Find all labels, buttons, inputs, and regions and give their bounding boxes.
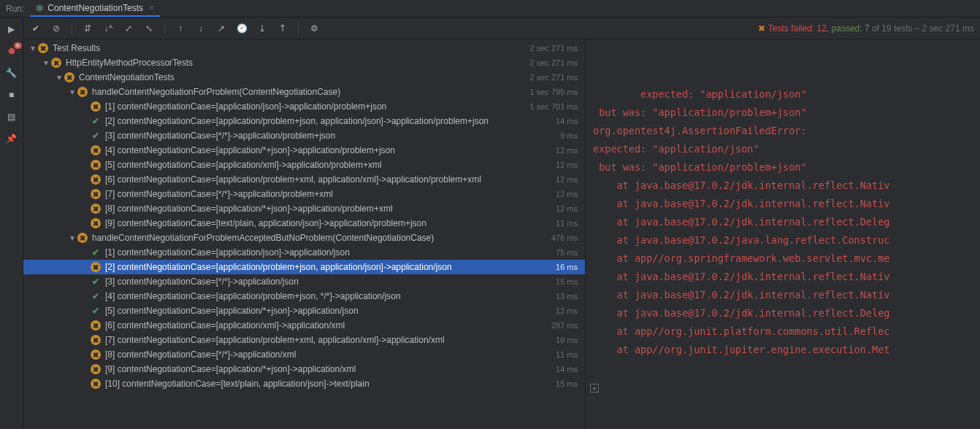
test-duration: 11 ms (550, 219, 578, 228)
test-tree[interactable]: ▾✖Test Results2 sec 271 ms▾✖HttpEntityMe… (23, 39, 586, 429)
stop-button[interactable]: ■ (4, 88, 19, 102)
settings-icon[interactable]: ⚙ (307, 22, 321, 35)
console-output[interactable]: expected: "application/json" but was: "a… (586, 39, 980, 429)
next-icon[interactable]: ↓ (194, 22, 207, 35)
test-node[interactable]: ✔[1] contentNegotiationCase=[application… (23, 245, 585, 260)
fail-icon: ✖ (91, 218, 101, 228)
pass-icon: ✔ (91, 306, 101, 316)
fail-icon: ✖ (91, 320, 101, 331)
test-duration: 11 ms (550, 350, 578, 359)
test-node[interactable]: ▾✖handleContentNegotiationForProblem(Con… (23, 85, 585, 99)
test-node[interactable]: ✖[9] contentNegotiationCase=[application… (23, 362, 585, 376)
pin-icon[interactable]: 📌 (4, 131, 19, 146)
test-label: handleContentNegotiationForProblem(Conte… (92, 87, 524, 97)
wrench-icon[interactable]: 🔧 (4, 66, 19, 80)
test-node[interactable]: ✖[7] contentNegotiationCase=[*/*]->appli… (23, 187, 585, 201)
test-duration: 13 ms (550, 292, 578, 301)
test-node[interactable]: ✖[2] contentNegotiationCase=[application… (23, 260, 585, 274)
separator (164, 23, 165, 34)
test-label: [1] contentNegotiationCase=[application/… (105, 101, 524, 112)
import-icon[interactable]: ⤓ (256, 22, 269, 35)
summary-passed-count: 7 (865, 23, 870, 34)
fail-icon: ✖ (77, 233, 88, 243)
test-duration: 2 sec 271 ms (524, 44, 578, 53)
pass-icon: ✔ (91, 131, 101, 141)
rerun-button[interactable]: ▶ (4, 22, 19, 36)
expand-arrow-icon[interactable]: ▾ (54, 72, 64, 82)
test-duration: 1 sec 795 ms (524, 88, 578, 96)
run-label: Run: (6, 4, 24, 14)
test-node[interactable]: ✖[6] contentNegotiationCase=[application… (23, 172, 585, 187)
test-label: HttpEntityMethodProcessorTests (66, 58, 524, 68)
test-label: [3] contentNegotiationCase=[*/*]->applic… (105, 277, 550, 287)
test-node[interactable]: ✔[5] contentNegotiationCase=[application… (23, 304, 585, 318)
pass-icon: ✔ (91, 247, 101, 258)
tab-title: ContentNegotiationTests (47, 3, 143, 13)
test-duration: 12 ms (550, 306, 578, 315)
test-duration: 14 ms (550, 365, 578, 374)
panels: ▾✖Test Results2 sec 271 ms▾✖HttpEntityMe… (23, 39, 980, 429)
run-config-tab[interactable]: ⬢ ContentNegotiationTests × (30, 1, 160, 17)
expand-arrow-icon[interactable]: ▾ (67, 233, 77, 243)
summary-suffix: of 19 tests – 2 sec 271 ms (870, 23, 974, 34)
test-label: [4] contentNegotiationCase=[application/… (105, 145, 550, 155)
expand-fold-icon[interactable]: + (590, 384, 599, 393)
expand-arrow-icon[interactable]: ▾ (28, 43, 38, 53)
svg-point-0 (8, 48, 15, 55)
test-node[interactable]: ✖[7] contentNegotiationCase=[application… (23, 333, 585, 347)
test-node[interactable]: ✖[8] contentNegotiationCase=[application… (23, 201, 585, 216)
test-node[interactable]: ✖[4] contentNegotiationCase=[application… (23, 143, 585, 158)
navigate-icon[interactable]: ↗ (215, 22, 228, 35)
test-summary: ✖ Tests failed: 12, passed: 7 of 19 test… (758, 23, 974, 34)
test-node[interactable]: ✔[3] contentNegotiationCase=[*/*]->appli… (23, 128, 585, 143)
test-node[interactable]: ✖[10] contentNegotiationCase=[text/plain… (23, 376, 585, 391)
show-passed-toggle[interactable]: ✔ (29, 22, 42, 35)
fail-icon: ✖ (64, 72, 74, 82)
test-node[interactable]: ✖[9] contentNegotiationCase=[text/plain,… (23, 216, 585, 231)
test-label: Test Results (53, 43, 524, 53)
test-node[interactable]: ✔[4] contentNegotiationCase=[application… (23, 289, 585, 304)
layout-icon[interactable]: ▤ (4, 109, 19, 124)
test-label: [2] contentNegotiationCase=[application/… (105, 262, 550, 272)
test-label: [1] contentNegotiationCase=[application/… (105, 247, 550, 258)
bug-icon (7, 46, 17, 56)
tab-bar: Run: ⬢ ContentNegotiationTests × (0, 0, 980, 18)
export-icon[interactable]: ⤒ (276, 22, 289, 35)
test-duration: 15 ms (550, 277, 578, 286)
expand-arrow-icon[interactable]: ▾ (41, 58, 51, 68)
collapse-all-icon[interactable]: ⤡ (142, 22, 156, 35)
test-node[interactable]: ▾✖handleContentNegotiationForProblemAcce… (23, 231, 585, 245)
prev-icon[interactable]: ↑ (174, 22, 187, 35)
pass-icon: ✔ (91, 116, 101, 126)
expand-arrow-icon[interactable]: ▾ (67, 87, 77, 97)
content-column: ✔ ⊘ ⇵ ↓ᴬ ⤢ ⤡ ↑ ↓ ↗ 🕘 ⤓ ⤒ ⚙ ✖ Tests faile… (23, 18, 980, 429)
test-node[interactable]: ✔[2] contentNegotiationCase=[application… (23, 114, 585, 128)
fail-icon: ✖ (91, 204, 101, 214)
fail-icon: ✖ (38, 43, 48, 53)
test-node[interactable]: ✖[1] contentNegotiationCase=[application… (23, 99, 585, 114)
test-duration: 2 sec 271 ms (524, 58, 578, 67)
test-label: [7] contentNegotiationCase=[*/*]->applic… (105, 189, 550, 199)
test-node[interactable]: ✖[5] contentNegotiationCase=[application… (23, 158, 585, 172)
test-node[interactable]: ▾✖Test Results2 sec 271 ms (23, 41, 585, 55)
test-duration: 1 sec 701 ms (524, 102, 578, 111)
fail-icon: ✖ (91, 101, 101, 112)
fail-icon: ✖ (91, 349, 101, 360)
summary-passed-prefix: , passed: (827, 23, 865, 34)
rerun-failed-button[interactable] (4, 44, 19, 58)
sort-icon[interactable]: ⇵ (81, 22, 94, 35)
test-node[interactable]: ▾✖ContentNegotiationTests2 sec 271 ms (23, 70, 585, 85)
test-label: [8] contentNegotiationCase=[application/… (105, 204, 550, 214)
close-icon[interactable]: × (149, 3, 154, 13)
sort-alpha-icon[interactable]: ↓ᴬ (102, 22, 115, 35)
test-node[interactable]: ✖[6] contentNegotiationCase=[application… (23, 318, 585, 333)
test-node[interactable]: ✖[8] contentNegotiationCase=[*/*]->appli… (23, 347, 585, 362)
show-ignored-toggle[interactable]: ⊘ (50, 22, 63, 35)
test-node[interactable]: ▾✖HttpEntityMethodProcessorTests2 sec 27… (23, 55, 585, 70)
test-toolbar: ✔ ⊘ ⇵ ↓ᴬ ⤢ ⤡ ↑ ↓ ↗ 🕘 ⤓ ⤒ ⚙ ✖ Tests faile… (23, 18, 980, 39)
test-node[interactable]: ✔[3] contentNegotiationCase=[*/*]->appli… (23, 274, 585, 289)
pass-icon: ✔ (91, 277, 101, 287)
fail-icon: ✖ (91, 174, 101, 185)
history-icon[interactable]: 🕘 (235, 22, 248, 35)
expand-all-icon[interactable]: ⤢ (122, 22, 135, 35)
